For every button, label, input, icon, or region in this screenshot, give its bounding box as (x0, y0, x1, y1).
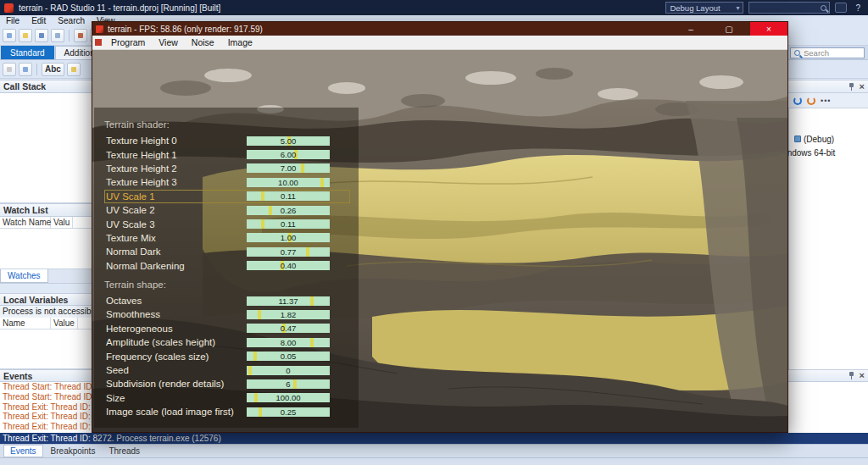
events-title: Events (3, 371, 32, 381)
slider-label: Frequency (scales size) (106, 352, 247, 362)
save-all-icon[interactable] (51, 29, 64, 42)
ide-search-input[interactable] (748, 2, 830, 14)
save-icon[interactable] (35, 29, 48, 42)
app-menu-view[interactable]: View (152, 37, 185, 47)
slider-value: 0.26 (247, 206, 330, 215)
tab-watches[interactable]: Watches (0, 269, 48, 283)
slider-value: 0.40 (247, 261, 330, 270)
terrain-titlebar[interactable]: terrain - FPS: 58.86 (only render: 917.5… (92, 22, 787, 36)
slider-row-normal-dark: Normal Dark0.77 (104, 245, 350, 258)
undo-icon[interactable] (74, 29, 87, 42)
app-menu-program[interactable]: Program (104, 37, 152, 47)
slider-track[interactable]: 11.37 (247, 296, 330, 306)
slider-track[interactable]: 10.00 (247, 178, 330, 187)
column-value[interactable]: Value (51, 318, 78, 329)
slider-track[interactable]: 1.82 (247, 310, 330, 319)
slider-track[interactable]: 1.00 (247, 233, 330, 242)
slider-value: 0.25 (247, 407, 330, 417)
palette-search-input[interactable]: Search (790, 47, 865, 58)
terrain-app-icon (96, 25, 103, 33)
slider-value: 100.00 (247, 393, 330, 402)
new-file-icon[interactable] (3, 29, 16, 42)
pin-icon[interactable] (848, 83, 855, 91)
slider-row-heterogeneous: Heterogeneous0.47 (104, 322, 350, 335)
tab-threads[interactable]: Threads (103, 446, 146, 457)
slider-track[interactable]: 7.00 (247, 163, 330, 173)
slider-track[interactable]: 0.11 (247, 191, 330, 201)
ide-titlebar[interactable]: terrain - RAD Studio 11 - terrain.dproj … (0, 0, 868, 15)
slider-row-texture-height-2: Texture Height 27.00 (104, 162, 350, 175)
layout-options-icon[interactable] (835, 3, 847, 13)
slider-label: Seed (106, 365, 247, 375)
terrain-window: terrain - FPS: 58.86 (only render: 917.5… (92, 21, 788, 433)
slider-track[interactable]: 0 (247, 366, 330, 375)
project-tree-item[interactable]: (Debug) (804, 135, 834, 144)
slider-label: Smoothness (106, 309, 247, 319)
projects-toolbar: ••• (788, 93, 868, 108)
slider-label: Octaves (106, 296, 247, 306)
slider-track[interactable]: 0.40 (247, 261, 330, 270)
local-variables-title: Local Variables (3, 295, 68, 305)
slider-value: 1.82 (247, 310, 330, 319)
menu-item-edit[interactable]: Edit (25, 16, 52, 25)
slider-track[interactable]: 0.05 (247, 352, 330, 361)
pointer-tool-icon[interactable] (3, 63, 16, 76)
slider-row-octaves: Octaves11.37 (104, 294, 350, 307)
more-options-icon[interactable]: ••• (821, 97, 831, 105)
toolbar-separator (69, 30, 70, 42)
tab-events[interactable]: Events (3, 445, 43, 457)
slider-track[interactable]: 0.77 (247, 247, 330, 257)
slider-label: Subdivision (render details) (106, 379, 247, 389)
minimize-button[interactable]: – (674, 22, 708, 36)
close-button[interactable]: × (750, 22, 787, 36)
slider-label: Texture Height 2 (106, 163, 247, 174)
slider-label: Heterogeneous (106, 324, 247, 334)
terrain-render[interactable]: Terrain shader:Texture Height 05.00Textu… (92, 50, 787, 432)
menu-item-search[interactable]: Search (52, 16, 91, 25)
close-icon[interactable]: × (860, 83, 865, 91)
column-watch-name[interactable]: Watch Name (0, 217, 51, 228)
app-menu-image[interactable]: Image (221, 37, 259, 47)
slider-track[interactable]: 0.25 (247, 407, 330, 417)
maximize-button[interactable]: ▢ (712, 22, 746, 36)
edit-component-icon[interactable] (67, 63, 81, 76)
slider-row-frequency-scales-size: Frequency (scales size)0.05 (104, 349, 350, 363)
column-value[interactable]: Valu (51, 217, 73, 228)
slider-track[interactable]: 0.26 (247, 206, 330, 215)
pin-icon[interactable] (848, 372, 855, 379)
slider-track[interactable]: 100.00 (247, 393, 330, 402)
slider-track[interactable]: 0.47 (247, 324, 330, 333)
slider-label: UV Scale 1 (106, 191, 247, 202)
slider-row-size: Size100.00 (104, 391, 350, 405)
selected-event-row[interactable]: Thread Exit: Thread ID: 8272. Process te… (0, 433, 868, 444)
slider-value: 8.00 (247, 338, 330, 347)
tab-breakpoints[interactable]: Breakpoints (45, 446, 102, 457)
slider-label: Amplitude (scales height) (106, 337, 247, 347)
screen: terrain - RAD Studio 11 - terrain.dproj … (0, 0, 868, 465)
slider-row-texture-mix: Texture Mix1.00 (104, 231, 350, 245)
slider-track[interactable]: 6 (247, 379, 330, 389)
app-menu-noise[interactable]: Noise (185, 37, 221, 47)
watch-list-title: Watch List (3, 205, 48, 215)
open-file-icon[interactable] (19, 29, 32, 42)
slider-row-uv-scale-1: UV Scale 10.11 (104, 190, 350, 203)
column-name[interactable]: Name (0, 318, 51, 329)
menu-item-file[interactable]: File (0, 16, 25, 25)
slider-track[interactable]: 6.00 (247, 150, 330, 159)
slider-track[interactable]: 0.11 (247, 219, 330, 229)
slider-label: UV Scale 3 (106, 219, 247, 230)
help-icon[interactable]: ? (852, 3, 864, 13)
frames-icon[interactable] (19, 63, 32, 76)
desktop-layout-combo[interactable]: Debug Layout ▾ (665, 2, 743, 14)
close-icon[interactable]: × (860, 372, 865, 379)
sync-icon[interactable] (807, 97, 815, 105)
terrain-menu-items: ProgramViewNoiseImage (104, 37, 259, 47)
label-component-icon[interactable]: Abc (42, 63, 64, 76)
palette-tab-standard[interactable]: Standard (1, 46, 54, 59)
refresh-icon[interactable] (793, 97, 802, 105)
slider-track[interactable]: 5.00 (247, 136, 330, 146)
slider-label: Normal Darkening (106, 261, 247, 271)
call-stack-title: Call Stack (3, 81, 46, 91)
slider-track[interactable]: 8.00 (247, 338, 330, 347)
slider-row-seed: Seed0 (104, 363, 350, 377)
